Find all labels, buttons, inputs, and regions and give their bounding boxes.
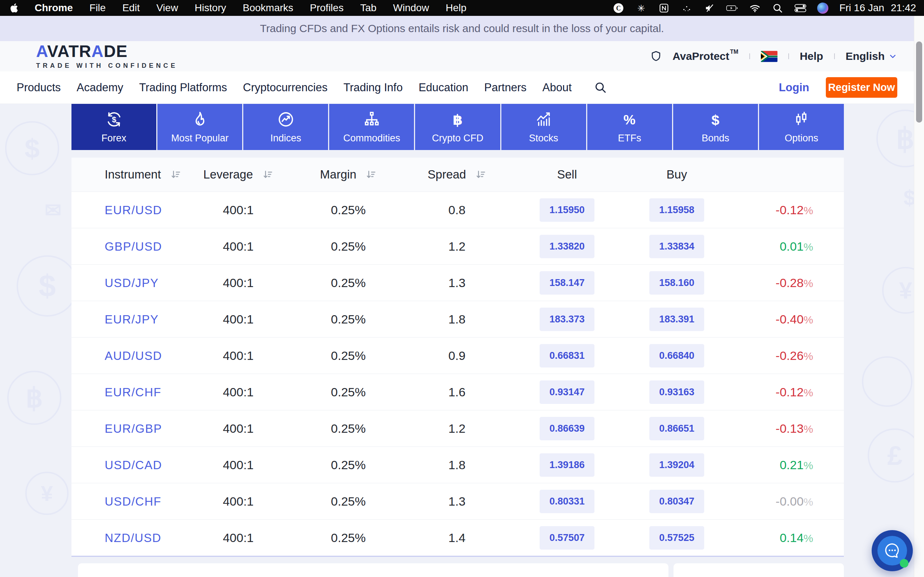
tab-crypto-cfd[interactable]: ฿Crypto CFD [415, 104, 500, 150]
menu-item-profiles[interactable]: Profiles [310, 2, 344, 14]
instrument-link[interactable]: USD/CHF [105, 495, 162, 508]
sell-price-button[interactable]: 1.33820 [540, 235, 594, 258]
menu-item-chrome[interactable]: Chrome [35, 2, 73, 14]
tab-forex[interactable]: $Forex [71, 104, 156, 150]
sell-price-button[interactable]: 0.86639 [540, 417, 594, 440]
tab-label: Stocks [529, 133, 558, 144]
leverage-value: 400:1 [183, 239, 293, 253]
dots-icon[interactable] [681, 3, 693, 14]
search-icon[interactable] [594, 81, 607, 94]
menu-item-help[interactable]: Help [446, 2, 467, 14]
nav-item-trading-info[interactable]: Trading Info [343, 81, 402, 94]
instrument-link[interactable]: EUR/JPY [105, 313, 159, 326]
menu-item-history[interactable]: History [195, 2, 226, 14]
tab-stocks[interactable]: Stocks [501, 104, 586, 150]
column-header-margin[interactable]: Margin [293, 168, 404, 181]
apple-icon[interactable] [10, 3, 18, 13]
control-center-icon[interactable] [795, 3, 806, 14]
online-status-dot [900, 559, 908, 567]
scrollbar-thumb[interactable] [916, 42, 922, 122]
change-percent: -0.12% [730, 203, 844, 217]
help-link[interactable]: Help [800, 50, 823, 62]
tab-etfs[interactable]: %ETFs [587, 104, 672, 150]
menu-item-edit[interactable]: Edit [122, 2, 140, 14]
sell-cell: 0.66831 [510, 344, 624, 367]
sell-price-button[interactable]: 158.147 [540, 271, 594, 295]
language-selector[interactable]: English [846, 50, 897, 62]
sell-price-button[interactable]: 0.93147 [540, 380, 594, 404]
menu-bar-clock[interactable]: Fri 16 Jan 21:42 [839, 2, 916, 14]
sell-price-button[interactable]: 1.15950 [540, 198, 594, 222]
avatrade-logo[interactable]: AVATRADE TRADE WITH CONFIDENCE [36, 43, 178, 69]
nav-item-cryptocurrencies[interactable]: Cryptocurrencies [243, 81, 327, 94]
column-header-spread[interactable]: Spread [404, 168, 510, 181]
avaprotect-link[interactable]: AvaProtectTM [672, 50, 738, 62]
buy-price-button[interactable]: 183.391 [649, 308, 704, 331]
leverage-value: 400:1 [183, 385, 293, 399]
sell-price-button[interactable]: 183.373 [540, 308, 594, 331]
instrument-row-eur-gbp: EUR/GBP400:10.25%1.20.866390.86651-0.13% [71, 410, 844, 446]
tab-most-popular[interactable]: Most Popular [157, 104, 242, 150]
menu-item-window[interactable]: Window [393, 2, 429, 14]
instrument-link[interactable]: EUR/USD [105, 203, 162, 217]
instrument-link[interactable]: USD/JPY [105, 276, 159, 290]
instrument-link[interactable]: EUR/CHF [105, 385, 162, 399]
buy-price-button[interactable]: 158.160 [649, 271, 704, 295]
menu-item-bookmarks[interactable]: Bookmarks [242, 2, 293, 14]
sell-price-button[interactable]: 0.66831 [540, 344, 594, 367]
sort-icon[interactable] [262, 169, 273, 180]
sell-cell: 158.147 [510, 271, 624, 295]
buy-price-button[interactable]: 1.15958 [649, 198, 704, 222]
sell-price-button[interactable]: 0.57507 [540, 526, 594, 550]
notion-icon[interactable] [658, 3, 670, 14]
nav-item-products[interactable]: Products [16, 81, 61, 94]
column-header-instrument[interactable]: Instrument [71, 168, 183, 181]
scrollbar-track [914, 16, 924, 577]
leverage-value: 400:1 [183, 495, 293, 508]
column-header-leverage[interactable]: Leverage [183, 168, 293, 181]
instrument-link[interactable]: GBP/USD [105, 240, 162, 253]
wifi-icon[interactable] [749, 3, 761, 14]
buy-price-button[interactable]: 0.86651 [649, 417, 704, 440]
mute-icon[interactable] [703, 3, 716, 14]
sell-price-button[interactable]: 0.80331 [540, 490, 594, 513]
claude-icon[interactable]: C [612, 3, 624, 14]
chat-widget-button[interactable] [872, 530, 913, 571]
sell-price-button[interactable]: 1.39186 [540, 453, 594, 477]
spotlight-icon[interactable] [772, 3, 783, 14]
battery-icon[interactable] [726, 3, 738, 14]
buy-price-button[interactable]: 0.80347 [649, 490, 704, 513]
menu-item-file[interactable]: File [89, 2, 106, 14]
sort-icon[interactable] [170, 169, 181, 180]
openai-icon[interactable]: ✳ [635, 3, 647, 14]
sort-icon[interactable] [366, 169, 376, 180]
tab-options[interactable]: Options [759, 104, 844, 150]
menu-item-tab[interactable]: Tab [360, 2, 376, 14]
siri-icon[interactable] [817, 3, 828, 14]
buy-price-button[interactable]: 0.57525 [649, 526, 704, 550]
nav-item-academy[interactable]: Academy [76, 81, 123, 94]
menu-item-view[interactable]: View [156, 2, 178, 14]
tab-indices[interactable]: Indices [243, 104, 328, 150]
register-now-button[interactable]: Register Now [826, 77, 897, 98]
nav-item-partners[interactable]: Partners [485, 81, 527, 94]
instrument-link[interactable]: NZD/USD [105, 531, 162, 545]
tab-commodities[interactable]: Commodities [329, 104, 414, 150]
login-link[interactable]: Login [779, 81, 809, 94]
nav-item-trading-platforms[interactable]: Trading Platforms [139, 81, 228, 94]
nav-items: ProductsAcademyTrading PlatformsCryptocu… [16, 81, 572, 94]
buy-price-button[interactable]: 1.39204 [649, 453, 704, 477]
nav-item-education[interactable]: Education [419, 81, 468, 94]
buy-price-button[interactable]: 1.33834 [649, 235, 704, 258]
instrument-link[interactable]: USD/CAD [105, 458, 162, 472]
instrument-cell: EUR/USD [71, 203, 183, 217]
south-africa-flag-icon[interactable] [761, 51, 777, 62]
sort-icon[interactable] [475, 169, 486, 180]
buy-price-button[interactable]: 0.66840 [649, 344, 704, 367]
column-label: Instrument [105, 168, 161, 181]
nav-item-about[interactable]: About [543, 81, 572, 94]
instrument-link[interactable]: EUR/GBP [105, 422, 162, 435]
instrument-link[interactable]: AUD/USD [105, 349, 162, 363]
tab-bonds[interactable]: $Bonds [673, 104, 758, 150]
buy-price-button[interactable]: 0.93163 [649, 380, 704, 404]
